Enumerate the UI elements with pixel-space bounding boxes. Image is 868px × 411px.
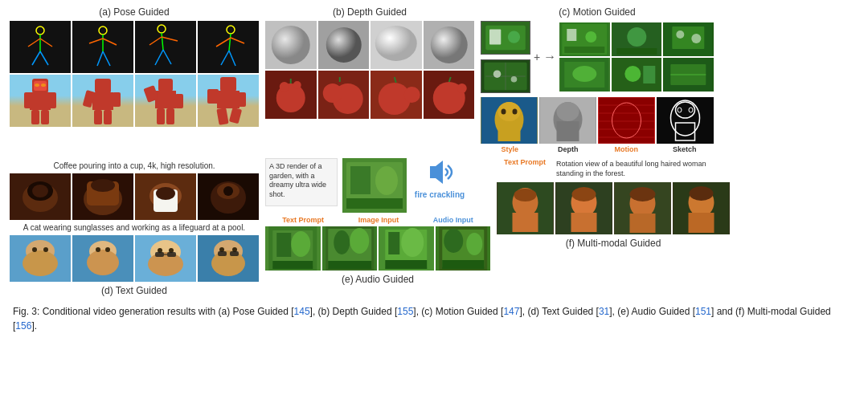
svg-point-188 [466, 233, 482, 255]
svg-rect-196 [571, 213, 597, 232]
svg-point-54 [430, 26, 467, 63]
pose-skeleton-3 [135, 21, 196, 73]
image-input-col [342, 158, 407, 213]
audio-input-label: Audio Input [433, 216, 473, 224]
text-guided-label: (d) Text Guided [101, 285, 167, 296]
motion-input-2 [481, 59, 530, 93]
svg-rect-117 [657, 97, 714, 144]
pose-skeleton-grid [10, 21, 259, 127]
fig-caption-end: ]. [31, 320, 37, 332]
multi-motion-img [598, 97, 655, 144]
svg-rect-204 [689, 213, 714, 233]
svg-point-173 [291, 231, 310, 257]
style-labels-row: Style Depth Motion Sketch [481, 145, 714, 153]
depth-tomato-3 [371, 71, 422, 119]
multi-text-prompt-label: Text Prompt [497, 158, 553, 180]
svg-rect-26 [24, 92, 32, 108]
pose-skeleton-2 [72, 21, 133, 73]
svg-point-81 [585, 31, 596, 43]
svg-point-60 [322, 83, 342, 103]
motion-multimodal-grid [481, 97, 714, 144]
svg-rect-163 [230, 251, 239, 256]
text-prompt-label: Text Prompt [282, 216, 324, 224]
svg-point-53 [375, 26, 417, 61]
svg-line-13 [162, 33, 163, 50]
svg-point-187 [444, 229, 463, 253]
fig-caption-prefix: Fig. 3: Conditional video generation res… [13, 306, 294, 317]
svg-rect-182 [388, 232, 399, 254]
svg-point-146 [87, 250, 119, 275]
pose-skeleton-4 [198, 21, 259, 73]
svg-rect-44 [166, 108, 174, 124]
audio-input-area: A 3D render of a garden, with a dreamy u… [265, 158, 490, 213]
svg-line-19 [229, 34, 231, 51]
svg-point-0 [36, 26, 44, 35]
fig-caption-mid3: ], (d) Text Guided [ [519, 306, 599, 317]
depth-sphere-3 [371, 21, 422, 69]
svg-rect-154 [155, 252, 164, 257]
svg-line-15 [162, 37, 178, 41]
fig-caption-mid4: ], (e) Audio Guided [ [609, 306, 695, 317]
svg-point-143 [43, 247, 48, 252]
svg-rect-192 [513, 213, 538, 232]
multi-modal-label: (f) Multi-modal Guided [566, 238, 661, 249]
svg-rect-47 [207, 89, 219, 104]
svg-point-88 [677, 31, 685, 39]
cat-img-3 [135, 235, 196, 282]
audio-out-1 [265, 226, 321, 271]
multi-portrait-3 [614, 182, 671, 234]
svg-point-56 [280, 82, 289, 92]
svg-point-18 [227, 26, 235, 34]
svg-rect-189 [442, 260, 484, 269]
audio-guided-section: A 3D render of a garden, with a dreamy u… [265, 158, 490, 299]
svg-line-21 [216, 38, 231, 47]
motion-inputs [481, 21, 530, 93]
svg-rect-82 [564, 47, 604, 53]
svg-line-3 [40, 39, 52, 47]
audio-guided-label: (e) Audio Guided [342, 274, 414, 285]
svg-line-5 [40, 51, 48, 65]
svg-point-63 [404, 87, 420, 103]
svg-rect-172 [276, 233, 291, 257]
multi-sketch-img [657, 97, 714, 144]
svg-point-104 [513, 109, 518, 115]
svg-point-94 [624, 66, 641, 82]
motion-out-6 [663, 58, 714, 92]
svg-point-205 [690, 186, 714, 201]
motion-out-3 [663, 22, 714, 56]
pose-ironman-4 [198, 75, 259, 127]
multi-portrait-2 [555, 182, 612, 234]
text-prompt-box: A 3D render of a garden, with a dreamy u… [265, 158, 338, 206]
depth-title: (b) Depth Guided [333, 6, 407, 18]
svg-line-9 [103, 39, 117, 45]
audio-out-2 [322, 226, 378, 271]
svg-rect-36 [113, 92, 121, 107]
multi-portrait-1 [497, 182, 554, 234]
depth-tomato-4 [424, 71, 475, 119]
svg-point-167 [375, 166, 398, 195]
svg-rect-50 [229, 108, 242, 124]
svg-line-23 [221, 51, 229, 65]
svg-point-57 [293, 81, 301, 89]
motion-out-4 [559, 58, 610, 92]
svg-point-76 [493, 70, 502, 78]
svg-point-107 [557, 102, 579, 121]
svg-line-8 [89, 39, 103, 43]
svg-rect-200 [630, 214, 656, 233]
svg-rect-37 [94, 110, 102, 124]
svg-rect-102 [498, 121, 521, 141]
svg-point-159 [211, 250, 245, 276]
pose-ironman-2 [72, 75, 133, 127]
svg-rect-29 [41, 110, 49, 124]
motion-label: Motion [597, 145, 656, 153]
main-container: (a) Pose Guided [0, 0, 868, 340]
top-sections-row: (a) Pose Guided [10, 6, 858, 155]
audio-prompt-labels: Text Prompt Image Input Audio Input [265, 216, 490, 224]
coffee-img-2 [72, 173, 133, 220]
svg-rect-40 [155, 91, 176, 108]
svg-rect-33 [95, 79, 111, 93]
style-label: Style [481, 145, 539, 153]
depth-sphere-4 [424, 21, 475, 69]
svg-rect-80 [567, 29, 576, 41]
coffee-img-4 [198, 173, 259, 220]
